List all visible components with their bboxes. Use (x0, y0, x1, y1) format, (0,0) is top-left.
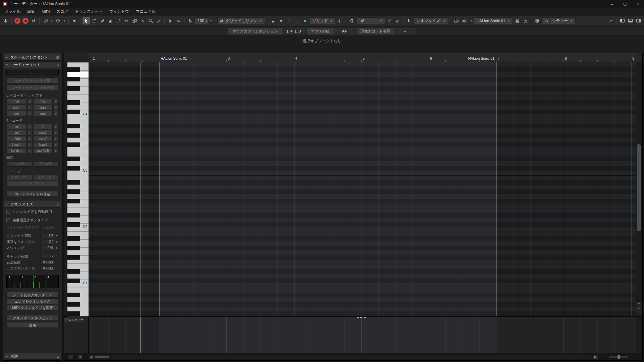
time-format-button[interactable]: ◷ (522, 17, 529, 24)
chord-dim-button[interactable]: dim (6, 111, 26, 116)
black-key[interactable] (67, 236, 80, 241)
black-key[interactable] (67, 166, 80, 171)
checkbox-icon[interactable] (6, 210, 10, 214)
chord-min6-button[interactable]: min6 (33, 130, 53, 135)
grid-type-dropdown[interactable]: グリッド ▼ (310, 17, 336, 24)
black-key[interactable] (67, 255, 80, 260)
chord-min.-menu-button[interactable]: ▶ (54, 99, 59, 104)
part-selector-dropdown[interactable]: HALion Sonic 01 ▼ (474, 17, 513, 24)
glue-tool[interactable] (131, 17, 138, 24)
snap-toggle-button[interactable]: × (302, 17, 309, 24)
split-tool[interactable]: ✂ (123, 17, 130, 24)
stepper-down-icon[interactable]: ▾ (56, 228, 57, 229)
mute-tool[interactable]: × (139, 17, 146, 24)
record-in-editor-button[interactable] (22, 18, 29, 24)
quantize-row-value[interactable]: 0 Ticks (40, 266, 55, 271)
chord-7sus4-button[interactable]: 7sus4 (6, 142, 26, 147)
nudge-start-left-button[interactable]: ▲ (269, 17, 277, 24)
chord-sus2-menu-button[interactable]: ▶ (54, 105, 59, 110)
acoustic-feedback-button[interactable] (71, 17, 78, 24)
timeline-ruler[interactable]: 123456789HALion Sonic 01HALion Sonic 01 (89, 53, 636, 62)
chord-maj7-menu-button[interactable]: ▶ (27, 124, 32, 129)
length-quantize-icon-button[interactable]: L (406, 17, 413, 24)
velocity-lane-label[interactable]: ベロシティー (64, 318, 85, 322)
freeze-midi-quantize-button[interactable]: MIDI クオンタイズを固定 (6, 305, 59, 310)
event-colors-icon-button[interactable] (533, 17, 541, 24)
stepper-down-icon[interactable]: ▾ (56, 268, 57, 270)
midi-input-dropdown[interactable]: ▼ (62, 17, 66, 24)
chord-m7/b5-button[interactable]: m7/b5 (6, 136, 26, 141)
chord-maj-menu-button[interactable]: ▶ (27, 99, 32, 104)
black-key[interactable] (67, 222, 80, 227)
autoscroll-button[interactable] (167, 17, 174, 24)
black-key[interactable] (67, 142, 80, 147)
retrospective-record-button[interactable]: ↺ (30, 17, 37, 24)
black-key[interactable] (67, 157, 80, 161)
part-end-label[interactable]: HALion Sonic 01 (467, 56, 495, 60)
stepper-down-icon[interactable]: ▾ (206, 21, 207, 22)
quantize-ends-button[interactable]: エンドをクオンタイズ (6, 298, 59, 304)
chord-min7-menu-button[interactable]: ▶ (27, 130, 32, 135)
quantize-icon-button[interactable]: Q (348, 17, 356, 24)
add-controller-lane-button[interactable]: + (68, 355, 73, 359)
controller-lane-menu-button[interactable]: ▼ (77, 355, 83, 359)
chord-7sus2-menu-button[interactable]: ▶ (54, 142, 59, 147)
soft-quantize-checkbox[interactable]: 感度指定クオンタイズ (6, 218, 59, 223)
event-colors-dropdown[interactable]: ベロシティー ▼ (541, 17, 575, 24)
dropdown-caret-icon[interactable]: ▼ (55, 234, 59, 238)
object-selection-tool[interactable] (83, 17, 90, 24)
stepper-icon[interactable]: ▴▾ (55, 240, 59, 244)
follow-chord-track-button[interactable]: コードトラックに合わせる (6, 84, 59, 90)
black-key[interactable] (67, 269, 80, 274)
nudge-start-right-button[interactable]: ▼ (277, 17, 285, 24)
insert-velocity-dropdown[interactable]: ▼ (209, 17, 213, 24)
chord-aug-button[interactable]: aug (33, 111, 53, 116)
right-zone-toggle-button[interactable] (635, 17, 642, 24)
menu-item-0[interactable]: ファイル (1, 9, 24, 14)
reset-quantize-button[interactable]: クオンタイズをリセット (6, 315, 59, 321)
black-key[interactable] (67, 311, 80, 316)
black-key[interactable] (67, 133, 80, 138)
black-key[interactable] (67, 302, 80, 307)
iterative-quantize-button[interactable] (386, 17, 393, 24)
scroll-right-button[interactable]: ▶ (593, 355, 598, 359)
show-part-borders-button[interactable] (453, 17, 461, 24)
insert-velocity-icon-button[interactable]: ⇅ (186, 17, 194, 24)
quantize-row-value[interactable]: 1/8 (40, 234, 55, 238)
black-key[interactable] (67, 199, 80, 203)
minimize-button[interactable]: – (606, 0, 619, 8)
black-key[interactable] (67, 67, 80, 72)
chord-min.-button[interactable]: min. (33, 99, 53, 104)
chord-m7/b5-menu-button[interactable]: ▶ (27, 136, 32, 141)
quantize-row-value[interactable]: 0 % (40, 246, 55, 250)
lane-resize-marker[interactable] (357, 317, 366, 318)
part-start-label[interactable]: HALion Sonic 01 (160, 56, 188, 60)
chord-full dim-button[interactable]: full dim (6, 148, 26, 153)
drops-button-1[interactable]: ドロップ3 (33, 175, 59, 180)
quantize-row-value[interactable]: 60 % (40, 225, 55, 230)
open-in-separate-window-button[interactable]: ↗ (607, 17, 614, 24)
maximize-button[interactable]: ▢ (619, 0, 631, 8)
black-key[interactable] (67, 86, 80, 91)
horizontal-scrollbar[interactable] (94, 355, 592, 359)
menu-item-2[interactable]: MIDI (38, 10, 53, 14)
zoom-in-vertical-button[interactable]: + (636, 306, 642, 311)
chord-minj7-menu-button[interactable]: ▶ (54, 136, 59, 141)
trim-tool[interactable] (115, 17, 122, 24)
quantize-note-length-button[interactable]: ノート長をクオンタイズ (6, 292, 59, 298)
black-key[interactable] (67, 246, 80, 250)
draw-tool[interactable] (99, 17, 106, 24)
grid-link-dropdown[interactable]: ⇄ グリッドにリンク ▼ (217, 17, 265, 24)
menu-item-3[interactable]: スコア (53, 9, 71, 14)
insert-velocity-field[interactable]: 100 ▴▾ (195, 17, 208, 24)
quantize-row-value[interactable]: Off (40, 240, 55, 244)
stepper-icon[interactable]: ▴▾ (55, 261, 59, 264)
quantize-row-value[interactable]: 0 Ticks (40, 260, 55, 265)
insert-velocity-stepper[interactable]: ▴▾ (206, 19, 207, 22)
chord-7sus2-button[interactable]: 7sus2 (33, 142, 53, 147)
apply-quantize-button[interactable]: 適用 (6, 322, 59, 328)
inversion-button-0[interactable]: 上へ移動 (6, 161, 32, 167)
step-input-button[interactable] (42, 17, 49, 24)
black-key[interactable] (67, 110, 80, 114)
menu-item-4[interactable]: トランスポート (72, 9, 106, 14)
